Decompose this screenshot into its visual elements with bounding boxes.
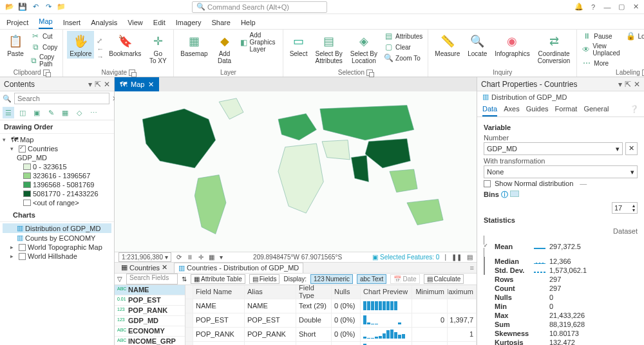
clear-selection-button[interactable]: ▢Clear <box>383 42 424 52</box>
show-normal-checkbox[interactable] <box>484 180 491 187</box>
number-field-select[interactable]: GDP_MD▾ <box>484 142 623 155</box>
class-3[interactable]: 1396568 - 5081769 <box>3 180 111 189</box>
attribute-table-button[interactable]: ▦Attribute Table <box>191 274 245 284</box>
copy-button[interactable]: ⧉Copy <box>30 42 59 52</box>
tab-help[interactable]: Help <box>241 19 256 29</box>
selected-features[interactable]: ▣ Selected Features: 0 <box>372 254 439 261</box>
fields-view-button[interactable]: ▤Fields <box>249 274 280 284</box>
more-icon[interactable]: ⋯ <box>88 107 99 118</box>
display-text-toggle[interactable]: abcText <box>357 274 386 284</box>
tab-project[interactable]: Project <box>6 19 28 29</box>
display-date-toggle[interactable]: 📅Date <box>390 274 419 284</box>
cptab-guides[interactable]: Guides <box>526 105 549 117</box>
map-scale-input[interactable]: 1:231,906,380▾ <box>118 252 171 262</box>
attributes-button[interactable]: ▤Attributes <box>383 31 424 41</box>
bookmarks-button[interactable]: 🔖Bookmarks <box>106 31 144 59</box>
add-data-button[interactable]: ◆Add Data <box>213 31 236 66</box>
list-by-labeling-icon[interactable]: ◇ <box>73 107 85 118</box>
select-by-location-button[interactable]: ◈Select By Location <box>348 31 380 66</box>
grid-row[interactable]: GDP_MDGDP_MDLong0 (0%)021,4 <box>185 342 477 345</box>
go-to-xy-button[interactable]: ✛Go To XY <box>146 31 169 66</box>
prev-extent-icon[interactable]: ← <box>97 45 104 53</box>
basemap-button[interactable]: ▦Basemap <box>178 31 210 59</box>
grid-row[interactable]: NAMENAMEText (29)0 (0%) <box>185 299 477 313</box>
pause-draw-icon[interactable]: ⏸ <box>187 254 193 261</box>
pin-icon[interactable]: ⇱ <box>95 80 101 89</box>
view-unplaced-button[interactable]: 👁View Unplaced <box>581 42 622 57</box>
coordinate-conversion-button[interactable]: ⇄Coordinate Conversion <box>535 31 573 66</box>
redo-icon[interactable]: ↷ <box>43 1 54 13</box>
table-tab-distribution[interactable]: ▥Countries - Distribution of GDP_MD <box>174 263 303 273</box>
undo-icon[interactable]: ↶ <box>30 1 41 13</box>
field-row[interactable]: 123POP_RANK <box>115 306 185 316</box>
paste-button[interactable]: 📋Paste <box>4 31 27 59</box>
close-pane-icon[interactable]: ✕ <box>104 80 110 89</box>
field-row[interactable]: 0.01POP_EST <box>115 295 185 306</box>
map-view-tab[interactable]: 🗺Map✕ <box>115 77 159 91</box>
filter-icon[interactable]: ▽ <box>117 275 122 283</box>
close-icon[interactable]: ✕ <box>631 3 640 12</box>
lock-labeling-button[interactable]: 🔒Lock <box>625 31 644 41</box>
tab-share[interactable]: Share <box>212 19 231 29</box>
open-project-icon[interactable]: 📂 <box>4 1 15 13</box>
snapping-icon[interactable]: ✛ <box>198 254 204 261</box>
tab-edit[interactable]: Edit <box>153 19 166 29</box>
layer-countries[interactable]: ▾Countries <box>3 144 111 153</box>
dyn-text-icon[interactable]: ▾ <box>220 254 223 261</box>
transform-select[interactable]: None▾ <box>484 165 638 178</box>
list-by-source-icon[interactable]: ◫ <box>17 107 28 118</box>
select-by-attributes-button[interactable]: ▤Select By Attributes <box>313 31 345 66</box>
grid-icon[interactable]: ▦ <box>209 254 214 261</box>
class-2[interactable]: 323616 - 1396567 <box>3 171 111 180</box>
checkbox[interactable] <box>19 253 26 260</box>
save-icon[interactable]: 💾 <box>17 1 28 13</box>
copy-path-button[interactable]: ⧉Copy Path <box>30 53 59 68</box>
renderer-field[interactable]: GDP_MD <box>3 153 111 162</box>
table-tab-countries[interactable]: ▦Countries✕ <box>117 263 171 272</box>
tab-view[interactable]: View <box>128 19 143 29</box>
pause-labeling-button[interactable]: ⏸Pause <box>581 31 622 41</box>
next-extent-icon[interactable]: → <box>97 53 104 61</box>
cptab-general[interactable]: General <box>583 105 609 117</box>
list-by-selection-icon[interactable]: ▣ <box>31 107 43 118</box>
list-by-editing-icon[interactable]: ✎ <box>45 107 57 118</box>
locate-button[interactable]: 🔍Locate <box>465 31 489 59</box>
close-pane-icon[interactable]: ✕ <box>634 80 640 89</box>
field-row[interactable]: ABCNAME <box>115 285 185 295</box>
checkbox[interactable] <box>19 244 26 251</box>
select-button[interactable]: ▭Select <box>287 31 310 59</box>
close-tab-icon[interactable]: ✕ <box>162 263 167 272</box>
play-icon[interactable]: ❚❚ <box>451 254 462 261</box>
contents-search-input[interactable] <box>14 93 109 104</box>
cptab-axes[interactable]: Axes <box>504 105 519 117</box>
chart-distribution-gdp[interactable]: ▥Distribution of GDP_MD <box>3 223 111 233</box>
list-by-snapping-icon[interactable]: ▦ <box>59 107 71 118</box>
command-search-input[interactable]: 🔍 Command Search (Alt+Q) <box>192 1 327 13</box>
add-graphics-layer-button[interactable]: ◧Add Graphics Layer <box>239 31 279 53</box>
close-view-icon[interactable]: ✕ <box>148 80 154 89</box>
full-extent-icon[interactable]: ⤢ <box>97 37 104 45</box>
tab-imagery[interactable]: Imagery <box>176 19 202 29</box>
minimize-icon[interactable]: — <box>603 3 612 12</box>
map-node[interactable]: ▾🗺Map <box>3 135 111 144</box>
tab-analysis[interactable]: Analysis <box>91 19 117 29</box>
more-labeling-button[interactable]: ⋯More <box>581 58 622 68</box>
layer-hillshade[interactable]: ▸World Hillshade <box>3 252 111 261</box>
class-4[interactable]: 5081770 - 21433226 <box>3 189 111 198</box>
tab-map[interactable]: Map <box>39 17 52 29</box>
maximize-icon[interactable]: ▢ <box>617 3 626 12</box>
display-numeric-toggle[interactable]: 123Numeric <box>310 274 353 284</box>
layer-topo[interactable]: ▸World Topographic Map <box>3 243 111 252</box>
chevron-down-icon[interactable]: ▾ <box>618 80 622 89</box>
chevron-down-icon[interactable]: ▾ <box>88 80 92 89</box>
help-icon[interactable]: ? <box>589 3 598 12</box>
pin-icon[interactable]: ⇱ <box>625 80 631 89</box>
catalog-icon[interactable]: ▤ <box>467 254 473 261</box>
grid-row[interactable]: POP_ESTPOP_ESTDouble0 (0%)01,397,7 <box>185 313 477 328</box>
field-row[interactable]: 123GDP_MD <box>115 316 185 326</box>
search-fields-input[interactable]: Search Fields <box>126 274 178 284</box>
help-icon[interactable]: ❔ <box>630 105 639 117</box>
class-1[interactable]: 0 - 323615 <box>3 162 111 171</box>
bins-input[interactable]: 17▴▾ <box>612 202 638 214</box>
cut-button[interactable]: ✂Cut <box>30 31 59 41</box>
